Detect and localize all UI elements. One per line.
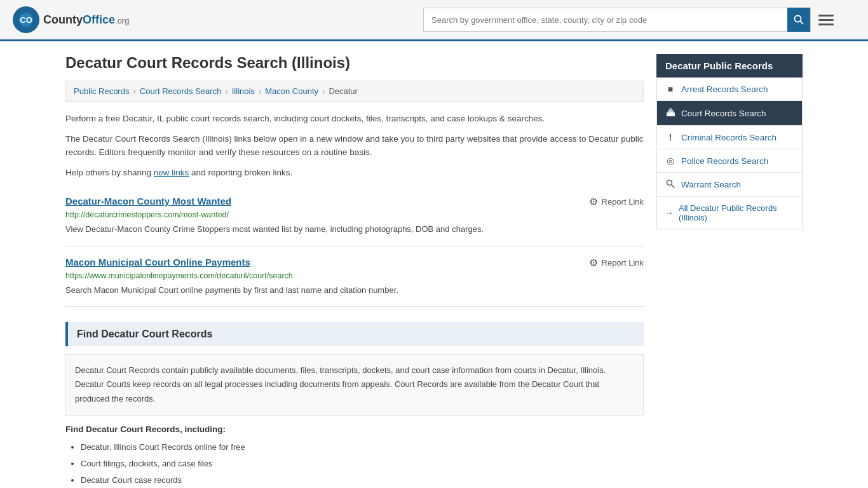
sidebar-label-4: Warrant Search	[681, 180, 741, 189]
find-list-item-0: Decatur, Illinois Court Records online f…	[81, 439, 644, 456]
report-icon-0: ⚙	[589, 196, 598, 208]
sidebar-item-court-records[interactable]: Court Records Search	[657, 101, 802, 126]
report-label-1: Report Link	[602, 258, 644, 268]
breadcrumb-sep-1: ›	[133, 86, 135, 96]
criminal-records-icon: !	[665, 132, 676, 142]
warrant-search-icon	[665, 179, 676, 190]
link-entry-0: Decatur-Macon County Most Wanted ⚙ Repor…	[65, 186, 644, 247]
breadcrumb-illinois[interactable]: Illinois	[232, 86, 255, 96]
page-title: Decatur Court Records Search (Illinois)	[65, 54, 644, 72]
breadcrumb-public-records[interactable]: Public Records	[74, 86, 129, 96]
court-records-icon	[665, 107, 676, 119]
sidebar-label-3: Police Records Search	[681, 156, 768, 166]
logo-text: CountyOffice.org	[43, 13, 129, 27]
link-url-0[interactable]: http://decaturcrimestoppers.com/most-wan…	[65, 210, 644, 219]
link-title-1[interactable]: Macon Municipal Court Online Payments	[65, 257, 250, 268]
report-link-btn-1[interactable]: ⚙ Report Link	[589, 257, 644, 269]
sidebar-label-0: Arrest Records Search	[681, 85, 768, 94]
sidebar-nav: ■ Arrest Records Search Court Records Se…	[656, 78, 803, 229]
report-label-0: Report Link	[602, 197, 644, 207]
svg-line-4	[801, 22, 803, 24]
all-link-arrow-icon: →	[665, 208, 674, 218]
breadcrumb-current: Decatur	[329, 86, 358, 96]
report-icon-1: ⚙	[589, 257, 598, 269]
find-section-desc: Decatur Court Records contain publicly a…	[65, 354, 644, 415]
find-section-header: Find Decatur Court Records	[65, 322, 644, 346]
link-desc-0: View Decatur-Macon County Crime Stoppers…	[65, 223, 644, 236]
sidebar: Decatur Public Records ■ Arrest Records …	[656, 54, 803, 488]
find-list-item-1: Court filings, dockets, and case files	[81, 456, 644, 472]
sidebar-item-police-records[interactable]: ◎ Police Records Search	[657, 149, 802, 173]
search-area	[423, 8, 836, 32]
desc-para-3-prefix: Help others by sharing	[65, 168, 154, 177]
sidebar-item-arrest-records[interactable]: ■ Arrest Records Search	[657, 78, 802, 101]
link-desc-1: Search Macon Municipal Court online paym…	[65, 284, 644, 297]
search-input[interactable]	[424, 15, 787, 25]
search-button[interactable]	[787, 8, 810, 32]
report-link-btn-0[interactable]: ⚙ Report Link	[589, 196, 644, 208]
sidebar-item-criminal-records[interactable]: ! Criminal Records Search	[657, 126, 802, 149]
find-list-item-2: Decatur Court case records	[81, 472, 644, 488]
breadcrumb: Public Records › Court Records Search › …	[65, 81, 644, 102]
sidebar-title: Decatur Public Records	[656, 54, 803, 78]
find-list-title: Find Decatur Court Records, including:	[65, 424, 644, 434]
desc-para-2: The Decatur Court Records Search (Illino…	[65, 132, 644, 159]
sidebar-label-1: Court Records Search	[681, 109, 766, 118]
link-entry-header-0: Decatur-Macon County Most Wanted ⚙ Repor…	[65, 196, 644, 208]
find-section: Find Decatur Court Records Decatur Court…	[65, 322, 644, 488]
desc-para-3: Help others by sharing new links and rep…	[65, 166, 644, 180]
svg-text:CO: CO	[20, 15, 32, 25]
sidebar-all-link[interactable]: → All Decatur Public Records (Illinois)	[657, 197, 802, 229]
site-header: CO CountyOffice.org	[0, 0, 868, 41]
link-entry-header-1: Macon Municipal Court Online Payments ⚙ …	[65, 257, 644, 269]
desc-para-1: Perform a free Decatur, IL public court …	[65, 112, 644, 126]
sidebar-label-2: Criminal Records Search	[681, 133, 776, 142]
breadcrumb-sep-4: ›	[322, 86, 325, 96]
main-container: Decatur Court Records Search (Illinois) …	[53, 41, 815, 488]
sidebar-all-label: All Decatur Public Records (Illinois)	[679, 203, 794, 222]
search-bar	[423, 8, 811, 32]
link-entry-1: Macon Municipal Court Online Payments ⚙ …	[65, 247, 644, 308]
breadcrumb-sep-3: ›	[259, 86, 261, 96]
sidebar-item-warrant-search[interactable]: Warrant Search	[657, 173, 802, 197]
menu-button[interactable]	[816, 12, 836, 28]
arrest-records-icon: ■	[665, 84, 676, 94]
link-url-1[interactable]: https://www.municipalonlinepayments.com/…	[65, 271, 644, 280]
svg-line-9	[672, 185, 674, 187]
svg-point-8	[667, 180, 672, 186]
new-links-link[interactable]: new links	[154, 168, 189, 177]
logo-icon: CO	[13, 6, 39, 33]
breadcrumb-macon-county[interactable]: Macon County	[265, 86, 318, 96]
svg-rect-7	[669, 108, 672, 111]
breadcrumb-sep-2: ›	[225, 86, 227, 96]
desc-para-3-suffix: and reporting broken links.	[189, 168, 292, 177]
breadcrumb-court-records-search[interactable]: Court Records Search	[140, 86, 222, 96]
logo-area: CO CountyOffice.org	[13, 6, 129, 33]
find-list: Decatur, Illinois Court Records online f…	[65, 439, 644, 488]
police-records-icon: ◎	[665, 156, 676, 166]
content-area: Decatur Court Records Search (Illinois) …	[65, 54, 644, 488]
link-title-0[interactable]: Decatur-Macon County Most Wanted	[65, 196, 231, 207]
